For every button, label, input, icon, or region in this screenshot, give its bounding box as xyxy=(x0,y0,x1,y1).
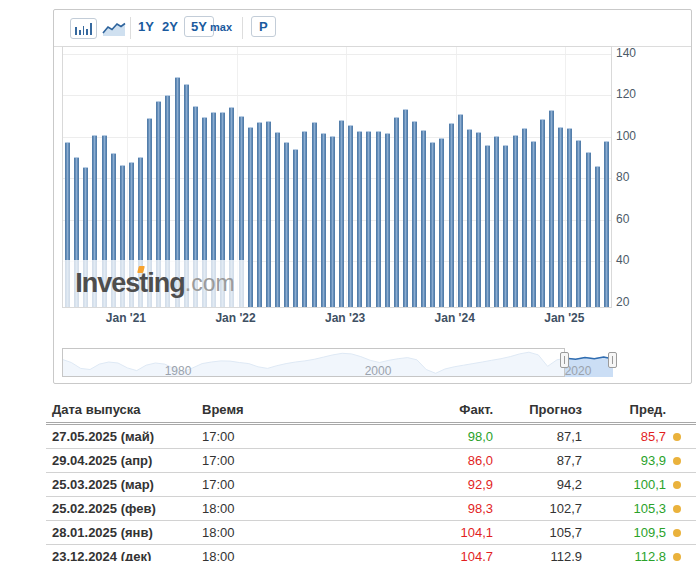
x-tick-label: Jan '24 xyxy=(419,311,491,325)
bar[interactable] xyxy=(421,130,426,307)
bar[interactable] xyxy=(348,125,353,307)
navigator-right-handle[interactable] xyxy=(608,352,617,368)
bar[interactable] xyxy=(430,142,435,307)
bar[interactable] xyxy=(439,138,444,307)
bar[interactable] xyxy=(284,142,289,307)
release-date: 28.01.2025 (янв) xyxy=(46,521,196,545)
bar[interactable] xyxy=(531,141,536,307)
col-time: Время xyxy=(196,399,346,424)
bar[interactable] xyxy=(595,166,600,307)
bar[interactable] xyxy=(339,120,344,308)
actual-value: 104,1 xyxy=(346,521,493,545)
forecast-value: 87,7 xyxy=(493,449,582,473)
actual-value: 104,7 xyxy=(346,545,493,561)
bar[interactable] xyxy=(330,136,335,307)
gridline xyxy=(63,220,611,221)
col-forecast: Прогноз xyxy=(493,399,582,424)
release-row[interactable]: 25.03.2025 (мар)17:0092,994,2100,1 xyxy=(46,473,696,497)
release-row[interactable]: 27.05.2025 (май)17:0098,087,185,7 xyxy=(46,424,696,449)
gridline xyxy=(63,95,611,96)
row-marker-icon xyxy=(673,433,681,441)
y-tick-label: 60 xyxy=(616,212,652,226)
x-tick-label: Jan '22 xyxy=(200,311,272,325)
bar-chart-type-button[interactable] xyxy=(70,18,97,39)
release-row[interactable]: 25.02.2025 (фев)18:0098,3102,7105,3 xyxy=(46,497,696,521)
bar[interactable] xyxy=(449,123,454,307)
row-marker-icon xyxy=(673,481,681,489)
forecast-value: 94,2 xyxy=(493,473,582,497)
bar[interactable] xyxy=(558,127,563,307)
bar[interactable] xyxy=(567,128,572,307)
bar[interactable] xyxy=(376,131,381,307)
period-p-button[interactable]: P xyxy=(251,16,276,37)
year-gridline xyxy=(346,47,347,307)
release-date: 23.12.2024 (дек) xyxy=(46,545,196,561)
bar[interactable] xyxy=(321,133,326,307)
bar-chart-icon xyxy=(75,27,77,35)
row-marker-icon xyxy=(673,505,681,513)
forecast-value: 105,7 xyxy=(493,521,582,545)
bar[interactable] xyxy=(540,119,545,307)
navigator-unselected-mask[interactable] xyxy=(62,348,565,377)
release-row[interactable]: 29.04.2025 (апр)17:0086,087,793,9 xyxy=(46,449,696,473)
bar[interactable] xyxy=(586,152,591,307)
bar[interactable] xyxy=(476,132,481,307)
bar[interactable] xyxy=(522,128,527,307)
bar[interactable] xyxy=(604,141,609,307)
bar[interactable] xyxy=(513,135,518,307)
release-row[interactable]: 28.01.2025 (янв)18:00104,1105,7109,5 xyxy=(46,521,696,545)
x-tick-label: Jan '21 xyxy=(90,311,162,325)
row-marker-icon xyxy=(673,553,681,561)
gridline xyxy=(63,178,611,179)
line-chart-type-button[interactable] xyxy=(102,20,126,37)
bar[interactable] xyxy=(266,121,271,307)
marker-cell xyxy=(666,473,696,497)
bar[interactable] xyxy=(357,131,362,307)
bar[interactable] xyxy=(485,145,490,307)
y-tick-label: 80 xyxy=(616,170,652,184)
bar[interactable] xyxy=(494,136,499,307)
gridline xyxy=(63,54,611,55)
previous-value: 100,1 xyxy=(582,473,666,497)
navigator-left-handle[interactable] xyxy=(560,352,569,368)
bar[interactable] xyxy=(293,149,298,307)
bar[interactable] xyxy=(549,110,554,307)
marker-cell xyxy=(666,545,696,561)
watermark-suffix: .com xyxy=(185,272,235,295)
line-chart-icon xyxy=(102,20,126,37)
gridline xyxy=(63,137,611,138)
bar[interactable] xyxy=(576,140,581,307)
actual-value: 98,0 xyxy=(346,424,493,449)
bar-chart-plot-area[interactable]: Investing.com xyxy=(62,46,612,308)
bar[interactable] xyxy=(302,131,307,307)
chart-toolbar: 1Y 2Y 5Y max P xyxy=(54,10,691,47)
bar[interactable] xyxy=(366,131,371,307)
x-tick-label: Jan '23 xyxy=(309,311,381,325)
marker-cell xyxy=(666,497,696,521)
table-header-row: Дата выпуска Время Факт. Прогноз Пред. xyxy=(46,399,696,424)
range-1y-button[interactable]: 1Y xyxy=(138,19,154,34)
bar[interactable] xyxy=(275,132,280,307)
range-2y-button[interactable]: 2Y xyxy=(162,19,178,34)
bar[interactable] xyxy=(257,122,262,307)
bar[interactable] xyxy=(403,109,408,307)
investing-watermark: Investing.com xyxy=(63,260,247,307)
bar[interactable] xyxy=(412,121,417,307)
release-date: 29.04.2025 (апр) xyxy=(46,449,196,473)
release-row[interactable]: 23.12.2024 (дек)18:00104,7112,9112,8 xyxy=(46,545,696,561)
bar[interactable] xyxy=(312,122,317,307)
bar[interactable] xyxy=(248,127,253,307)
bar[interactable] xyxy=(458,114,463,307)
range-navigator[interactable]: 198020002020 xyxy=(62,341,613,381)
forecast-value: 102,7 xyxy=(493,497,582,521)
chart-widget: 1Y 2Y 5Y max P Investing.com 14012010080… xyxy=(53,9,692,384)
range-max-button[interactable]: max xyxy=(210,21,232,33)
marker-cell xyxy=(666,521,696,545)
y-tick-label: 120 xyxy=(616,87,652,101)
release-date: 25.02.2025 (фев) xyxy=(46,497,196,521)
bar[interactable] xyxy=(385,133,390,307)
bar[interactable] xyxy=(467,129,472,307)
bar[interactable] xyxy=(394,117,399,307)
release-time: 18:00 xyxy=(196,497,346,521)
bar[interactable] xyxy=(503,145,508,307)
